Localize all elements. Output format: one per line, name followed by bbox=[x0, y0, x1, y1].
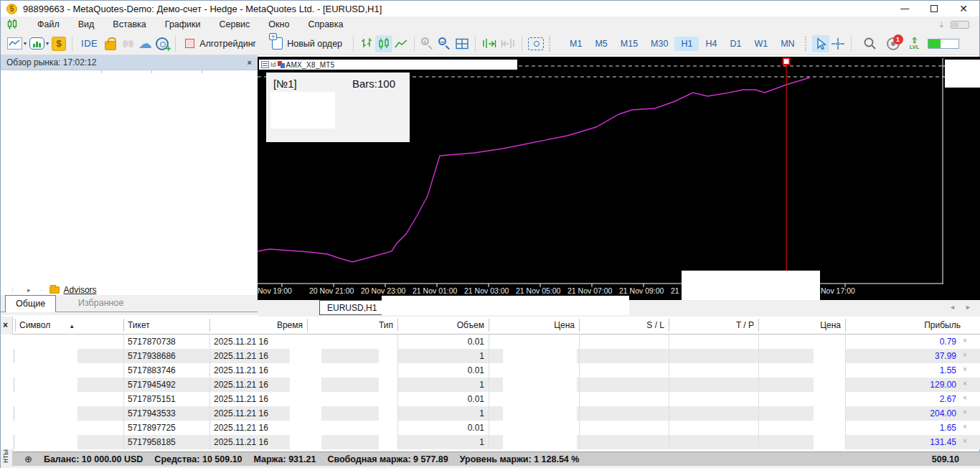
chart-tab-eurusd[interactable]: EURUSD,H1 bbox=[319, 300, 385, 315]
cell-volume: 1 bbox=[397, 408, 484, 418]
timeframe-M30[interactable]: M30 bbox=[644, 37, 674, 51]
close-position-icon[interactable]: × bbox=[963, 337, 967, 345]
shift-back-button[interactable] bbox=[499, 35, 517, 52]
vps-button[interactable]: ☁ bbox=[136, 35, 154, 52]
cell-time: 2025.11.21 16 bbox=[214, 437, 293, 447]
chart-area[interactable]: Id AMX_X8_MT5 [№1] Bars:100 Nov 19:0020 … bbox=[258, 57, 980, 317]
menu-bar: ФайлВидВставкаГрафикиСервисОкноСправка ⇣ bbox=[1, 17, 979, 32]
market-button[interactable] bbox=[102, 35, 119, 52]
menu-Графики[interactable]: Графики bbox=[156, 17, 210, 32]
timeframe-H1[interactable]: H1 bbox=[674, 37, 699, 51]
new-order-icon bbox=[272, 37, 283, 50]
lvl-icon: ⇧LVL bbox=[910, 37, 920, 50]
market-watch-close-icon[interactable]: × bbox=[248, 58, 252, 67]
redaction-box bbox=[814, 334, 845, 449]
time-axis-label: 21 Nov 01:00 bbox=[413, 286, 457, 295]
scroll-right-icon[interactable]: ► bbox=[965, 304, 971, 311]
column-header-2[interactable]: Тикет bbox=[123, 320, 209, 330]
cursor-arrow-icon bbox=[814, 37, 827, 50]
column-header-4[interactable]: Тип bbox=[307, 320, 397, 330]
chart-tab-strip: EURUSD,H1 ◄ ► bbox=[258, 300, 980, 317]
timeframe-M15[interactable]: M15 bbox=[614, 37, 644, 51]
download-status-icon: ⇣ bbox=[938, 20, 945, 29]
menu-Вид[interactable]: Вид bbox=[69, 17, 104, 32]
menu-Справка[interactable]: Справка bbox=[298, 17, 352, 32]
algo-trading-button[interactable]: Алготрейдинг bbox=[180, 35, 261, 52]
column-header-10[interactable]: Прибыль bbox=[845, 320, 971, 330]
signals-button[interactable]: ((o)) bbox=[119, 35, 136, 52]
close-position-icon[interactable]: × bbox=[963, 394, 967, 402]
line-chart-mode-button[interactable] bbox=[392, 35, 410, 52]
close-position-icon[interactable]: × bbox=[963, 351, 967, 359]
column-header-6[interactable]: Цена bbox=[489, 320, 579, 330]
sort-asc-icon: ▲ bbox=[69, 323, 75, 329]
candle-chart-mode-button[interactable] bbox=[375, 35, 392, 52]
menu-Вставка[interactable]: Вставка bbox=[103, 17, 155, 32]
ea-label: AMX_X8_MT5 bbox=[286, 61, 335, 69]
minimize-button[interactable]: — bbox=[900, 4, 909, 14]
zoom-in-button[interactable]: + bbox=[419, 35, 436, 52]
tree-item-label: Advisors bbox=[64, 285, 97, 295]
column-header-7[interactable]: S / L bbox=[579, 320, 669, 330]
timeframe-M1[interactable]: M1 bbox=[563, 37, 588, 51]
status-segment-2: Средства: 10 509.10 bbox=[154, 454, 242, 464]
column-header-1[interactable]: Символ▲ bbox=[15, 320, 123, 330]
chevron-down-icon: ▾ bbox=[46, 40, 49, 47]
menu-Сервис[interactable]: Сервис bbox=[210, 17, 260, 32]
cell-ticket: 5717883746 bbox=[128, 365, 176, 375]
chart-window-button[interactable]: ▾ bbox=[6, 35, 28, 52]
scroll-left-icon[interactable]: ◄ bbox=[949, 304, 956, 311]
timeframe-M5[interactable]: M5 bbox=[588, 37, 613, 51]
chevron-down-icon: ▾ bbox=[24, 40, 27, 47]
cursor-tool-button[interactable] bbox=[812, 35, 829, 52]
close-position-icon[interactable]: × bbox=[963, 437, 967, 445]
screenshot-button[interactable] bbox=[527, 35, 545, 52]
toolbox-close-icon[interactable]: × bbox=[3, 320, 8, 330]
timeframe-D1[interactable]: D1 bbox=[723, 37, 748, 51]
cell-time: 2025.11.21 16 bbox=[214, 351, 293, 361]
column-header-5[interactable]: Объем bbox=[397, 320, 489, 330]
line-chart-icon bbox=[7, 37, 22, 50]
news-button[interactable]: + bbox=[154, 35, 171, 52]
deposit-button[interactable]: $ bbox=[50, 35, 67, 52]
column-header-8[interactable]: T / P bbox=[669, 320, 758, 330]
cell-ticket: 5717938686 bbox=[128, 351, 176, 361]
maximize-button[interactable] bbox=[930, 5, 938, 12]
navigator-tree-item-advisors[interactable]: ⋮ ▸ ·· Advisors bbox=[1, 285, 258, 295]
timeframe-H4[interactable]: H4 bbox=[699, 37, 723, 51]
bar-chart-mode-button[interactable] bbox=[358, 35, 375, 52]
search-button[interactable] bbox=[862, 35, 879, 52]
orders-rows: 57178707382025.11.21 160.010.79×57179386… bbox=[1, 334, 980, 449]
current-bar-marker bbox=[783, 58, 790, 65]
cell-volume: 0.01 bbox=[397, 423, 484, 433]
zigzag-line-icon bbox=[395, 39, 407, 49]
lvl-button[interactable]: ⇧LVL bbox=[906, 35, 923, 52]
account-plus-icon[interactable]: ⊕ bbox=[24, 454, 32, 464]
close-position-icon[interactable]: × bbox=[963, 423, 967, 431]
tooltip-window-number: [№1] bbox=[273, 78, 297, 90]
expand-arrow-icon[interactable]: ▸ bbox=[27, 286, 31, 294]
notifications-button[interactable]: 1 bbox=[885, 35, 902, 52]
tab-favorites[interactable]: Избранное bbox=[78, 298, 123, 308]
new-order-button[interactable]: Новый ордер bbox=[265, 35, 349, 52]
shift-end-button[interactable] bbox=[480, 35, 499, 52]
signal-icon: ((o)) bbox=[123, 39, 133, 47]
tab-common[interactable]: Общие bbox=[5, 295, 56, 312]
profiles-button[interactable]: ▾ bbox=[28, 35, 50, 52]
close-position-icon[interactable]: × bbox=[963, 365, 967, 373]
ide-button[interactable]: IDE bbox=[77, 35, 102, 52]
crosshair-tool-button[interactable] bbox=[829, 35, 847, 52]
close-button[interactable]: ✕ bbox=[959, 3, 968, 14]
close-position-icon[interactable]: × bbox=[963, 380, 967, 388]
timeframe-MN[interactable]: MN bbox=[774, 37, 801, 51]
close-position-icon[interactable]: × bbox=[963, 408, 967, 416]
menu-Окно[interactable]: Окно bbox=[259, 17, 298, 32]
toolbar: ▾ ▾ $ IDE ((o)) ☁ + Алготрейдинг Новый о… bbox=[1, 32, 979, 55]
column-header-3[interactable]: Время bbox=[209, 320, 307, 330]
zoom-out-button[interactable]: – bbox=[436, 35, 453, 52]
tile-windows-button[interactable] bbox=[453, 35, 471, 52]
orders-table-header: Символ▲ТикетВремяТипОбъемЦенаS / LT / PЦ… bbox=[13, 317, 980, 334]
timeframe-W1[interactable]: W1 bbox=[748, 37, 774, 51]
column-header-9[interactable]: Цена bbox=[758, 320, 845, 330]
menu-Файл[interactable]: Файл bbox=[28, 17, 69, 32]
